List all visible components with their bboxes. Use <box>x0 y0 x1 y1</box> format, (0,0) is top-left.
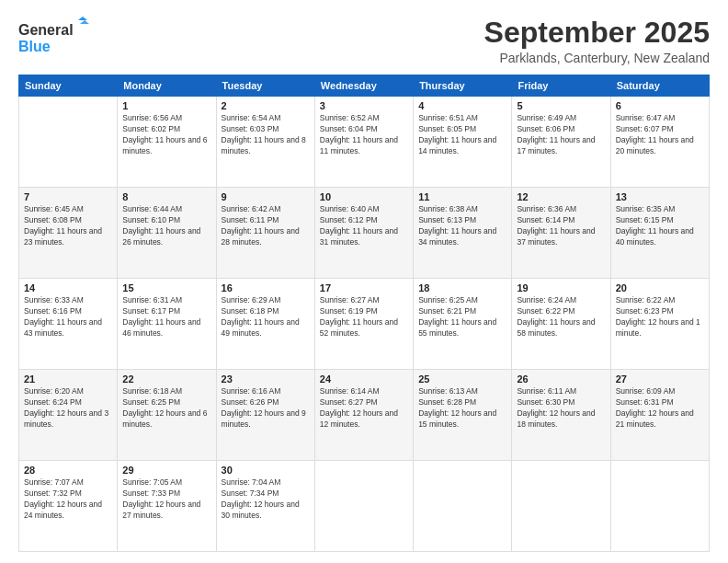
day-number: 11 <box>418 191 506 202</box>
day-number: 25 <box>418 373 506 385</box>
calendar-week-4: 21 Sunrise: 6:20 AM Sunset: 6:24 PM Dayl… <box>19 370 710 461</box>
day-number: 22 <box>122 373 210 385</box>
table-cell: 8 Sunrise: 6:44 AM Sunset: 6:10 PM Dayli… <box>118 188 216 279</box>
day-info: Sunrise: 6:40 AM Sunset: 6:12 PM Dayligh… <box>320 204 408 248</box>
subtitle: Parklands, Canterbury, New Zealand <box>484 51 710 65</box>
col-header-wednesday: Wednesday <box>314 75 413 97</box>
table-cell: 2 Sunrise: 6:54 AM Sunset: 6:03 PM Dayli… <box>216 97 314 188</box>
day-number: 8 <box>122 191 210 202</box>
day-number: 27 <box>616 373 704 385</box>
table-cell: 3 Sunrise: 6:52 AM Sunset: 6:04 PM Dayli… <box>314 97 413 188</box>
day-number: 13 <box>616 191 704 202</box>
col-header-tuesday: Tuesday <box>216 75 314 97</box>
day-number: 1 <box>122 100 210 111</box>
table-cell <box>414 461 512 552</box>
day-info: Sunrise: 6:24 AM Sunset: 6:22 PM Dayligh… <box>517 295 605 339</box>
day-info: Sunrise: 6:44 AM Sunset: 6:10 PM Dayligh… <box>122 204 210 248</box>
day-info: Sunrise: 6:20 AM Sunset: 6:24 PM Dayligh… <box>24 386 112 431</box>
day-info: Sunrise: 6:52 AM Sunset: 6:04 PM Dayligh… <box>320 113 408 157</box>
day-number: 29 <box>122 465 210 476</box>
table-cell <box>314 461 413 552</box>
table-cell: 25 Sunrise: 6:13 AM Sunset: 6:28 PM Dayl… <box>414 370 512 461</box>
col-header-thursday: Thursday <box>414 75 512 97</box>
day-number: 15 <box>122 282 210 293</box>
day-number: 9 <box>222 191 310 202</box>
day-info: Sunrise: 6:56 AM Sunset: 6:02 PM Dayligh… <box>122 113 210 157</box>
day-number: 14 <box>24 282 112 293</box>
logo: General Blue <box>18 17 92 57</box>
table-cell: 27 Sunrise: 6:09 AM Sunset: 6:31 PM Dayl… <box>610 370 709 461</box>
day-info: Sunrise: 6:42 AM Sunset: 6:11 PM Dayligh… <box>222 204 310 248</box>
table-cell: 5 Sunrise: 6:49 AM Sunset: 6:06 PM Dayli… <box>512 97 610 188</box>
day-number: 21 <box>24 373 112 385</box>
day-info: Sunrise: 7:07 AM Sunset: 7:32 PM Dayligh… <box>24 477 112 522</box>
calendar-header-row: Sunday Monday Tuesday Wednesday Thursday… <box>19 75 710 97</box>
table-cell: 7 Sunrise: 6:45 AM Sunset: 6:08 PM Dayli… <box>19 188 118 279</box>
calendar-week-2: 7 Sunrise: 6:45 AM Sunset: 6:08 PM Dayli… <box>19 188 710 279</box>
title-block: September 2025 Parklands, Canterbury, Ne… <box>484 17 710 65</box>
table-cell: 20 Sunrise: 6:22 AM Sunset: 6:23 PM Dayl… <box>610 279 709 370</box>
day-number: 10 <box>320 191 408 202</box>
day-number: 20 <box>616 282 704 293</box>
table-cell: 21 Sunrise: 6:20 AM Sunset: 6:24 PM Dayl… <box>19 370 118 461</box>
table-cell <box>512 461 610 552</box>
day-number: 30 <box>222 465 310 476</box>
table-cell: 24 Sunrise: 6:14 AM Sunset: 6:27 PM Dayl… <box>314 370 413 461</box>
table-cell: 11 Sunrise: 6:38 AM Sunset: 6:13 PM Dayl… <box>414 188 512 279</box>
day-info: Sunrise: 6:11 AM Sunset: 6:30 PM Dayligh… <box>517 386 605 431</box>
day-info: Sunrise: 6:09 AM Sunset: 6:31 PM Dayligh… <box>616 386 704 431</box>
day-number: 16 <box>222 282 310 293</box>
day-info: Sunrise: 6:13 AM Sunset: 6:28 PM Dayligh… <box>418 386 506 431</box>
svg-marker-2 <box>78 17 87 20</box>
col-header-sunday: Sunday <box>19 75 118 97</box>
day-number: 26 <box>517 373 605 385</box>
day-info: Sunrise: 6:22 AM Sunset: 6:23 PM Dayligh… <box>616 295 704 339</box>
table-cell: 15 Sunrise: 6:31 AM Sunset: 6:17 PM Dayl… <box>118 279 216 370</box>
table-cell: 9 Sunrise: 6:42 AM Sunset: 6:11 PM Dayli… <box>216 188 314 279</box>
svg-marker-3 <box>80 20 89 24</box>
header: General Blue September 2025 Parklands, C… <box>18 17 710 65</box>
table-cell: 18 Sunrise: 6:25 AM Sunset: 6:21 PM Dayl… <box>414 279 512 370</box>
day-number: 28 <box>24 465 112 476</box>
day-number: 7 <box>24 191 112 202</box>
day-number: 23 <box>222 373 310 385</box>
day-info: Sunrise: 6:31 AM Sunset: 6:17 PM Dayligh… <box>122 295 210 339</box>
day-info: Sunrise: 7:05 AM Sunset: 7:33 PM Dayligh… <box>122 477 210 522</box>
day-info: Sunrise: 6:47 AM Sunset: 6:07 PM Dayligh… <box>616 113 704 157</box>
main-title: September 2025 <box>484 17 710 49</box>
day-info: Sunrise: 6:25 AM Sunset: 6:21 PM Dayligh… <box>418 295 506 339</box>
table-cell: 6 Sunrise: 6:47 AM Sunset: 6:07 PM Dayli… <box>610 97 709 188</box>
table-cell <box>610 461 709 552</box>
col-header-saturday: Saturday <box>610 75 709 97</box>
page: General Blue September 2025 Parklands, C… <box>0 0 728 563</box>
col-header-friday: Friday <box>512 75 610 97</box>
calendar-week-1: 1 Sunrise: 6:56 AM Sunset: 6:02 PM Dayli… <box>19 97 710 188</box>
day-number: 17 <box>320 282 408 293</box>
day-info: Sunrise: 6:45 AM Sunset: 6:08 PM Dayligh… <box>24 204 112 248</box>
day-info: Sunrise: 7:04 AM Sunset: 7:34 PM Dayligh… <box>222 477 310 522</box>
day-info: Sunrise: 6:49 AM Sunset: 6:06 PM Dayligh… <box>517 113 605 157</box>
svg-text:Blue: Blue <box>18 39 51 54</box>
day-number: 24 <box>320 373 408 385</box>
table-cell: 26 Sunrise: 6:11 AM Sunset: 6:30 PM Dayl… <box>512 370 610 461</box>
day-info: Sunrise: 6:38 AM Sunset: 6:13 PM Dayligh… <box>418 204 506 248</box>
table-cell: 28 Sunrise: 7:07 AM Sunset: 7:32 PM Dayl… <box>19 461 118 552</box>
day-info: Sunrise: 6:16 AM Sunset: 6:26 PM Dayligh… <box>222 386 310 431</box>
day-info: Sunrise: 6:29 AM Sunset: 6:18 PM Dayligh… <box>222 295 310 339</box>
table-cell: 30 Sunrise: 7:04 AM Sunset: 7:34 PM Dayl… <box>216 461 314 552</box>
day-number: 6 <box>616 100 704 111</box>
day-info: Sunrise: 6:33 AM Sunset: 6:16 PM Dayligh… <box>24 295 112 339</box>
day-number: 19 <box>517 282 605 293</box>
day-number: 12 <box>517 191 605 202</box>
day-info: Sunrise: 6:54 AM Sunset: 6:03 PM Dayligh… <box>222 113 310 157</box>
table-cell: 4 Sunrise: 6:51 AM Sunset: 6:05 PM Dayli… <box>414 97 512 188</box>
table-cell: 14 Sunrise: 6:33 AM Sunset: 6:16 PM Dayl… <box>19 279 118 370</box>
day-number: 2 <box>222 100 310 111</box>
col-header-monday: Monday <box>118 75 216 97</box>
table-cell: 16 Sunrise: 6:29 AM Sunset: 6:18 PM Dayl… <box>216 279 314 370</box>
day-number: 5 <box>517 100 605 111</box>
svg-text:General: General <box>18 22 74 38</box>
day-info: Sunrise: 6:14 AM Sunset: 6:27 PM Dayligh… <box>320 386 408 431</box>
table-cell <box>19 97 118 188</box>
calendar-week-3: 14 Sunrise: 6:33 AM Sunset: 6:16 PM Dayl… <box>19 279 710 370</box>
